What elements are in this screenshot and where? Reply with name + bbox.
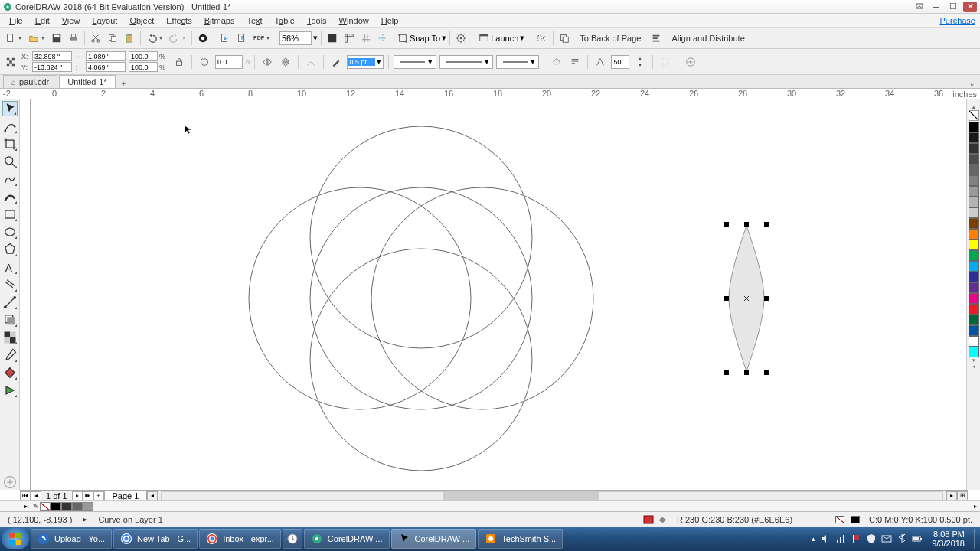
palette-swatch-21[interactable] xyxy=(969,347,979,357)
snap-to-dropdown[interactable]: Snap To ▾ xyxy=(397,33,446,44)
undo-button[interactable]: ▾ xyxy=(144,31,165,46)
parallel-tool[interactable] xyxy=(2,277,18,292)
palette-swatch-15[interactable] xyxy=(969,282,979,293)
maximize-button[interactable]: ☐ xyxy=(946,2,960,12)
fill-tool[interactable] xyxy=(2,365,18,380)
print-button[interactable] xyxy=(66,31,81,46)
taskbar-item-0[interactable]: Upload - Yo... xyxy=(31,529,112,549)
new-doc-button[interactable]: ▾ xyxy=(3,31,24,46)
to-back-icon[interactable] xyxy=(557,31,572,46)
tab-scroll-right[interactable]: ▸ xyxy=(971,81,977,88)
drop-shadow-tool[interactable] xyxy=(2,312,18,328)
bottom-swatch-3[interactable] xyxy=(83,502,93,511)
line-style-dropdown[interactable]: ▾ xyxy=(439,55,493,69)
color-picker-icon[interactable]: ✎ xyxy=(31,503,40,510)
add-tab-button[interactable]: + xyxy=(117,79,131,88)
menu-help[interactable]: Help xyxy=(375,16,405,25)
status-flyout[interactable]: ▸ xyxy=(80,514,90,524)
redo-button[interactable]: ▾ xyxy=(167,31,188,46)
wrap-text-button[interactable] xyxy=(567,54,583,70)
tray-flag-icon[interactable] xyxy=(851,533,861,544)
palette-swatch-0[interactable] xyxy=(969,122,979,132)
smart-fill-tool[interactable] xyxy=(2,383,18,398)
palette-swatch-9[interactable] xyxy=(969,218,979,229)
no-color-swatch[interactable] xyxy=(969,110,979,121)
fill-bucket-icon[interactable] xyxy=(658,515,669,524)
first-page-button[interactable]: ⏮ xyxy=(20,491,31,500)
align-button[interactable]: Align and Distribute xyxy=(665,34,750,43)
export-button[interactable] xyxy=(234,31,250,46)
menu-tools[interactable]: Tools xyxy=(301,16,333,25)
search-button[interactable] xyxy=(195,31,211,46)
artistic-tool[interactable] xyxy=(2,189,18,204)
canvas[interactable] xyxy=(31,99,966,490)
palette-swatch-2[interactable] xyxy=(969,143,979,154)
ruler-vertical[interactable] xyxy=(20,99,31,490)
import-button[interactable] xyxy=(217,31,233,46)
bottom-swatch-0[interactable] xyxy=(51,502,61,511)
zoom-tool[interactable] xyxy=(2,154,18,169)
hscrollbar[interactable] xyxy=(161,491,943,500)
y-input[interactable] xyxy=(32,62,72,72)
hscroll-left[interactable]: ◂ xyxy=(147,491,158,500)
add-page-button[interactable]: + xyxy=(93,491,104,500)
palette-swatch-17[interactable] xyxy=(969,304,979,315)
scale-x-input[interactable] xyxy=(129,51,158,61)
close-curve-button[interactable] xyxy=(549,54,564,70)
palette-swatch-8[interactable] xyxy=(969,207,979,218)
palette-swatch-4[interactable] xyxy=(969,165,979,175)
ellipse-tool[interactable] xyxy=(2,224,18,240)
zoom-dropdown[interactable]: ▾ xyxy=(313,33,318,43)
palette-swatch-3[interactable] xyxy=(969,154,979,165)
customize-button[interactable] xyxy=(534,31,550,46)
palette-down[interactable]: ▾ xyxy=(972,357,975,364)
taskbar-clock[interactable]: 8:08 PM 9/3/2018 xyxy=(927,530,969,548)
palette-swatch-14[interactable] xyxy=(969,272,979,282)
taskbar-item-3[interactable] xyxy=(283,529,302,549)
to-back-button[interactable]: To Back of Page xyxy=(573,34,647,43)
end-arrow-dropdown[interactable]: ▾ xyxy=(496,55,539,69)
menu-edit[interactable]: Edit xyxy=(29,16,56,25)
step-spinner[interactable]: ▴▾ xyxy=(632,54,648,70)
tray-mail-icon[interactable] xyxy=(881,533,892,544)
color-row-right[interactable]: ▸ xyxy=(971,503,980,510)
paste-button[interactable] xyxy=(122,31,137,46)
palette-swatch-7[interactable] xyxy=(969,197,979,207)
palette-swatch-18[interactable] xyxy=(969,315,979,325)
hscroll-right[interactable]: ▸ xyxy=(946,491,957,500)
tray-battery-icon[interactable] xyxy=(912,533,923,544)
save-button[interactable] xyxy=(49,31,64,46)
taskbar-item-5[interactable]: CorelDRAW ... xyxy=(391,529,477,549)
mirror-h-button[interactable] xyxy=(260,54,275,70)
start-button[interactable] xyxy=(2,528,29,549)
tray-bluetooth-icon[interactable] xyxy=(897,533,907,544)
minimize-button[interactable]: ─ xyxy=(929,2,943,12)
text-tool[interactable]: A xyxy=(2,259,18,275)
help-button[interactable] xyxy=(913,2,926,12)
polygon-tool[interactable] xyxy=(2,242,18,257)
color-proof-icon[interactable] xyxy=(643,515,654,524)
rectangle-tool[interactable] xyxy=(2,207,18,222)
add-button[interactable] xyxy=(683,54,698,70)
nav-icon[interactable]: ⊞ xyxy=(957,491,968,500)
start-arrow-dropdown[interactable]: ▾ xyxy=(394,55,436,69)
freehand-tool[interactable] xyxy=(2,171,18,187)
menu-window[interactable]: Window xyxy=(333,16,375,25)
show-grid-button[interactable] xyxy=(358,31,374,46)
taskbar-item-6[interactable]: TechSmith S... xyxy=(478,529,563,549)
transparency-tool[interactable] xyxy=(2,330,18,345)
object-origin-icon[interactable] xyxy=(3,54,18,70)
copy-button[interactable] xyxy=(105,31,120,46)
menu-bitmaps[interactable]: Bitmaps xyxy=(198,16,241,25)
scale-y-input[interactable] xyxy=(129,62,158,72)
pick-tool[interactable] xyxy=(2,101,18,116)
width-input[interactable] xyxy=(86,51,126,61)
mirror-v-button[interactable] xyxy=(278,54,293,70)
last-page-button[interactable]: ⏭ xyxy=(83,491,93,500)
menu-file[interactable]: File xyxy=(3,16,29,25)
tray-shield-icon[interactable] xyxy=(866,533,877,544)
eyedropper-tool[interactable] xyxy=(2,347,18,363)
connector-tool[interactable] xyxy=(2,295,18,310)
launch-dropdown[interactable]: Launch ▾ xyxy=(475,33,528,44)
prev-page-button[interactable]: ◂ xyxy=(31,491,41,500)
